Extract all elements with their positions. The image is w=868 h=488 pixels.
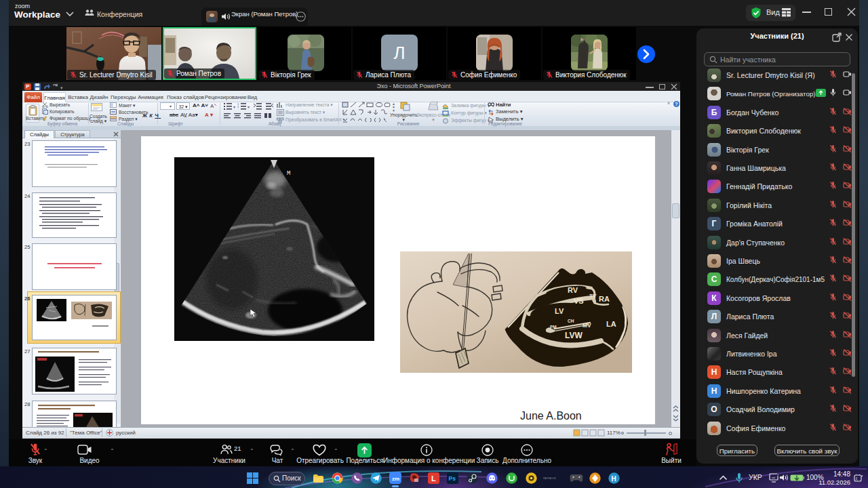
svg-text:M: M [287, 170, 290, 177]
svg-text:2: 2 [237, 105, 239, 108]
svg-text:MV: MV [583, 322, 591, 329]
svg-text:L: L [431, 474, 436, 483]
svg-text:H: H [612, 475, 616, 483]
svg-text:xхї: xхї [772, 476, 776, 479]
svg-text:TV: TV [589, 293, 597, 299]
svg-text:zm: zm [392, 476, 399, 482]
svg-text:CH: CH [568, 319, 574, 323]
svg-text:LA: LA [606, 320, 616, 328]
svg-text:PM: PM [550, 325, 557, 329]
svg-text:LV: LV [555, 307, 564, 315]
svg-text:RV: RV [568, 286, 578, 294]
svg-text:LVW: LVW [565, 331, 583, 340]
svg-text:ξ: ξ [856, 476, 858, 481]
svg-text:Ps: Ps [449, 475, 456, 482]
svg-text:▾: ▾ [233, 105, 235, 109]
svg-text:A: A [210, 103, 214, 109]
svg-text:▾: ▾ [248, 105, 250, 109]
svg-text:VS: VS [574, 297, 584, 305]
svg-text:RA: RA [599, 295, 610, 303]
